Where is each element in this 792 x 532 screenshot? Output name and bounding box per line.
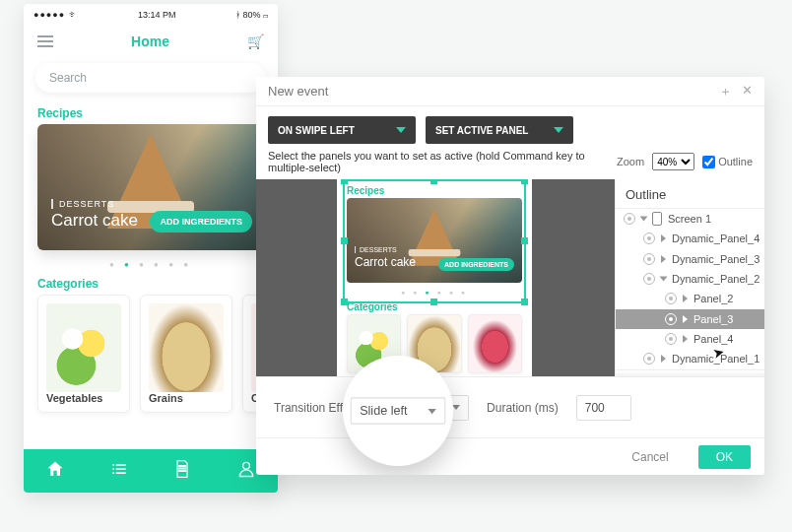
phone-mockup: ●●●●● ᯤ 13:14 PM ᚼ 80% ▭ Home 🛒 Search R… <box>24 4 278 493</box>
outline-row-screen[interactable]: Screen 1 <box>616 209 764 229</box>
duration-label: Duration (ms) <box>487 401 559 415</box>
outline-label: Panel_3 <box>693 313 733 325</box>
preview-dots: ● ● ● ● ● ● <box>337 289 532 296</box>
app-bar: Home 🛒 <box>24 26 278 57</box>
visibility-icon[interactable] <box>643 273 655 285</box>
caret-icon[interactable] <box>683 315 688 323</box>
caret-icon[interactable] <box>683 295 688 302</box>
caret-icon[interactable] <box>661 234 666 242</box>
preview-hero[interactable]: DESSERTS Carrot cake ADD INGREDIENTS <box>347 198 522 283</box>
preview-cat-meat[interactable] <box>468 314 522 373</box>
preview-tag: DESSERTS <box>355 246 397 253</box>
outline-label: Panel_4 <box>693 333 733 345</box>
add-ingredients-button[interactable]: ADD INGREDIENTS <box>150 211 252 233</box>
section-recipes-label: Recipes <box>24 99 278 124</box>
outline-row[interactable]: Dynamic_Panel_1 <box>616 349 764 368</box>
outline-label: Dynamic_Panel_2 <box>672 273 759 285</box>
recipe-tag: DESSERTS <box>51 199 114 209</box>
add-icon[interactable]: ＋ <box>719 83 732 100</box>
visibility-icon[interactable] <box>643 353 655 365</box>
category-card[interactable]: Vegetables <box>37 295 130 413</box>
visibility-icon[interactable] <box>624 213 635 225</box>
caret-icon[interactable] <box>661 255 666 263</box>
tab-home-icon[interactable] <box>45 459 65 483</box>
recipe-hero-card[interactable]: DESSERTS Carrot cake ADD INGREDIENTS <box>37 124 264 250</box>
trigger-label: ON SWIPE LEFT <box>278 125 355 136</box>
visibility-icon[interactable] <box>665 333 677 345</box>
caret-icon[interactable] <box>640 217 648 222</box>
battery-icon: ▭ <box>263 10 268 20</box>
caret-icon[interactable] <box>661 355 666 363</box>
visibility-icon[interactable] <box>665 293 677 304</box>
preview-categories-label: Categories <box>337 296 532 314</box>
modal-title: New event <box>268 84 328 99</box>
status-time: 13:14 PM <box>138 10 176 20</box>
grains-image <box>149 303 224 392</box>
outline-row[interactable]: Dynamic_Panel_3 <box>616 249 764 269</box>
outline-label: Dynamic_Panel_4 <box>672 233 759 244</box>
outline-row[interactable]: Panel_2 <box>616 289 764 308</box>
outline-checkbox[interactable] <box>702 156 715 168</box>
caret-icon[interactable] <box>660 277 668 282</box>
tab-doc-icon[interactable] <box>172 459 192 483</box>
duration-input[interactable]: 700 <box>576 395 631 421</box>
outline-row[interactable]: Dynamic_Panel_2 <box>616 269 764 289</box>
hamburger-icon[interactable] <box>37 33 53 50</box>
chevron-down-icon <box>452 405 460 410</box>
bottom-tab-bar <box>24 449 278 493</box>
cart-icon[interactable]: 🛒 <box>247 33 264 49</box>
canvas-stage[interactable]: Recipes DESSERTS Carrot cake ADD INGREDI… <box>256 179 615 376</box>
page-title: Home <box>131 33 169 49</box>
outline-label: Dynamic_Panel_3 <box>672 253 759 265</box>
signal-dots-icon: ●●●●● ᯤ <box>33 10 79 20</box>
carousel-dots[interactable]: ● ● ● ● ● ● <box>24 260 278 269</box>
trigger-dropdown[interactable]: ON SWIPE LEFT <box>268 116 416 144</box>
outline-row[interactable]: Panel_4 <box>616 329 764 349</box>
visibility-icon[interactable] <box>643 233 655 244</box>
preview-artboard[interactable]: Recipes DESSERTS Carrot cake ADD INGREDI… <box>337 179 532 376</box>
config-bar: Transition Effect Slide left Duration (m… <box>256 376 764 437</box>
chevron-down-icon <box>396 127 406 133</box>
instruction-text: Select the panels you want to set as act… <box>268 150 617 173</box>
outline-panel: Outline Screen 1 Dynamic_Panel_4 Dynamic… <box>615 179 764 376</box>
scroll-hint <box>616 369 764 376</box>
vegetables-image <box>46 303 121 392</box>
category-card[interactable]: Grains <box>140 295 232 413</box>
outline-row-selected[interactable]: Panel_3 <box>616 309 764 329</box>
ok-button[interactable]: OK <box>698 445 751 469</box>
status-right: ᚼ 80% ▭ <box>235 10 268 20</box>
preview-add-button[interactable]: ADD INGREDIENTS <box>438 258 514 271</box>
action-dropdown[interactable]: SET ACTIVE PANEL <box>426 116 573 144</box>
outline-row[interactable]: Dynamic_Panel_4 <box>616 229 764 248</box>
preview-title: Carrot cake <box>355 255 416 269</box>
device-icon <box>652 212 662 226</box>
preview-cat-veg[interactable] <box>347 314 401 373</box>
cancel-button[interactable]: Cancel <box>614 445 686 469</box>
modal-actions: Cancel OK <box>256 437 764 475</box>
outline-toggle[interactable]: Outline <box>702 156 753 168</box>
tab-user-icon[interactable] <box>236 459 256 483</box>
preview-cat-grain[interactable] <box>407 314 461 373</box>
event-modal: New event ＋ ✕ ON SWIPE LEFT SET ACTIVE P… <box>256 77 764 475</box>
modal-header: New event ＋ ✕ <box>256 77 764 106</box>
close-icon[interactable]: ✕ <box>742 83 753 100</box>
category-list: Vegetables Grains Cos <box>24 295 278 413</box>
status-bar: ●●●●● ᯤ 13:14 PM ᚼ 80% ▭ <box>24 4 278 26</box>
search-input[interactable]: Search <box>35 63 266 93</box>
caret-icon[interactable] <box>683 335 688 343</box>
tab-list-icon[interactable] <box>109 459 129 483</box>
section-categories-label: Categories <box>24 269 278 295</box>
outline-title: Outline <box>616 179 764 209</box>
chevron-down-icon <box>554 127 563 133</box>
recipe-title: Carrot cake <box>51 211 138 231</box>
visibility-icon[interactable] <box>643 253 655 265</box>
transition-select[interactable]: Slide left <box>376 395 469 421</box>
category-name: Grains <box>149 392 224 404</box>
zoom-select[interactable]: 40% <box>652 153 694 170</box>
transition-value: Slide left <box>385 401 430 415</box>
zoom-label: Zoom <box>617 156 644 167</box>
visibility-icon[interactable] <box>665 313 677 325</box>
transition-label: Transition Effect <box>274 401 359 415</box>
category-name: Vegetables <box>46 392 121 404</box>
duration-value: 700 <box>585 401 605 415</box>
